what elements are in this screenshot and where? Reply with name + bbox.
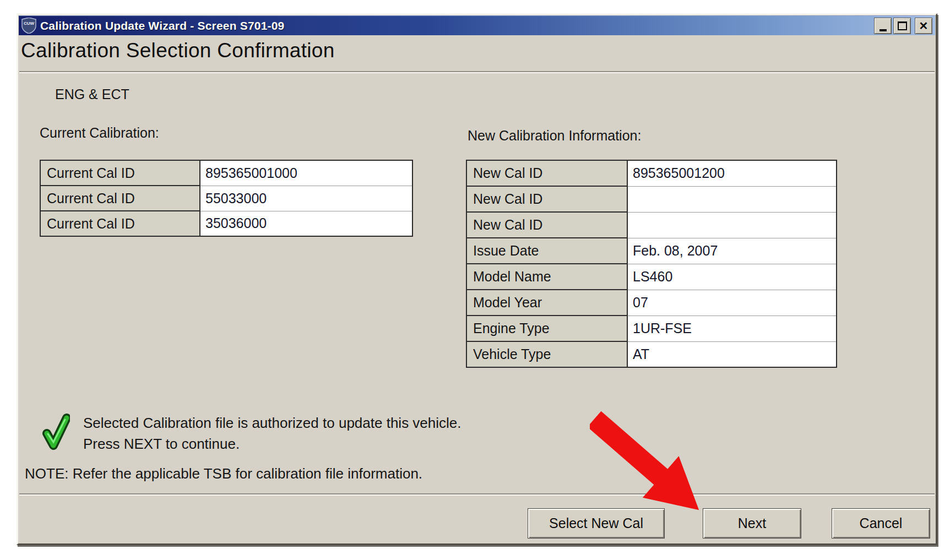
table-row: New Cal ID: [466, 186, 837, 212]
current-calibration-label: Current Calibration:: [40, 125, 159, 141]
close-button[interactable]: ✕: [915, 18, 932, 34]
system-label: ENG & ECT: [55, 86, 129, 102]
page-title: Calibration Selection Confirmation: [21, 39, 335, 62]
current-calibration-table: Current Cal ID 895365001000 Current Cal …: [40, 160, 413, 237]
new-calibration-label: New Calibration Information:: [468, 128, 641, 144]
window-controls: ✕: [874, 18, 932, 34]
row-value: 07: [627, 290, 837, 316]
status-line-1: Selected Calibration file is authorized …: [83, 412, 462, 433]
table-row: Model Name LS460: [466, 264, 837, 290]
minimize-button[interactable]: [874, 18, 892, 34]
table-row: New Cal ID: [466, 212, 837, 238]
green-checkmark-icon: [41, 414, 70, 450]
row-value: Feb. 08, 2007: [627, 238, 837, 264]
row-label: Model Name: [466, 264, 627, 290]
row-value: 55033000: [200, 186, 412, 211]
table-row: Current Cal ID 895365001000: [40, 160, 412, 186]
new-calibration-table: New Cal ID 895365001200 New Cal ID New C…: [466, 160, 837, 368]
row-label: Issue Date: [466, 238, 627, 264]
row-label: Current Cal ID: [40, 186, 200, 211]
cuw-shield-icon: CUW: [21, 18, 36, 34]
select-new-cal-button[interactable]: Select New Cal: [528, 508, 665, 539]
maximize-icon: [898, 21, 907, 30]
maximize-button[interactable]: [893, 18, 911, 34]
cancel-button[interactable]: Cancel: [832, 508, 930, 539]
minimize-icon: [880, 29, 887, 31]
row-value: LS460: [627, 264, 837, 290]
status-message: Selected Calibration file is authorized …: [83, 412, 462, 454]
status-line-2: Press NEXT to continue.: [83, 433, 462, 454]
row-value: [627, 186, 837, 212]
window-title: Calibration Update Wizard - Screen S701-…: [40, 19, 285, 32]
row-label: New Cal ID: [466, 160, 627, 186]
titlebar[interactable]: CUW Calibration Update Wizard - Screen S…: [19, 15, 935, 35]
table-row: Current Cal ID 35036000: [40, 211, 412, 236]
row-value: 35036000: [200, 211, 412, 236]
row-value: 895365001200: [627, 160, 837, 186]
close-icon: ✕: [919, 20, 929, 31]
row-label: Vehicle Type: [466, 341, 627, 367]
table-row: Engine Type 1UR-FSE: [466, 316, 837, 341]
table-row: Issue Date Feb. 08, 2007: [466, 238, 837, 264]
table-row: Vehicle Type AT: [466, 341, 837, 367]
next-button[interactable]: Next: [703, 508, 801, 539]
row-label: Current Cal ID: [40, 160, 200, 186]
table-row: New Cal ID 895365001200: [466, 160, 837, 186]
row-value: [627, 212, 837, 238]
screenshot-root: { "window": { "title": "Calibration Upda…: [0, 0, 950, 560]
note-text: NOTE: Refer the applicable TSB for calib…: [25, 465, 422, 482]
row-value: 1UR-FSE: [627, 316, 837, 341]
row-value: 895365001000: [200, 160, 412, 186]
calibration-wizard-window: CUW Calibration Update Wizard - Screen S…: [17, 13, 937, 545]
row-label: Current Cal ID: [40, 211, 200, 236]
heading-separator: [19, 71, 935, 73]
shield-text: CUW: [24, 21, 35, 26]
table-row: Model Year 07: [466, 290, 837, 316]
row-label: New Cal ID: [466, 186, 627, 212]
footer-separator: [19, 493, 935, 496]
row-label: New Cal ID: [466, 212, 627, 238]
row-value: AT: [627, 341, 837, 367]
row-label: Engine Type: [466, 316, 627, 341]
table-row: Current Cal ID 55033000: [40, 186, 412, 211]
row-label: Model Year: [466, 290, 627, 316]
